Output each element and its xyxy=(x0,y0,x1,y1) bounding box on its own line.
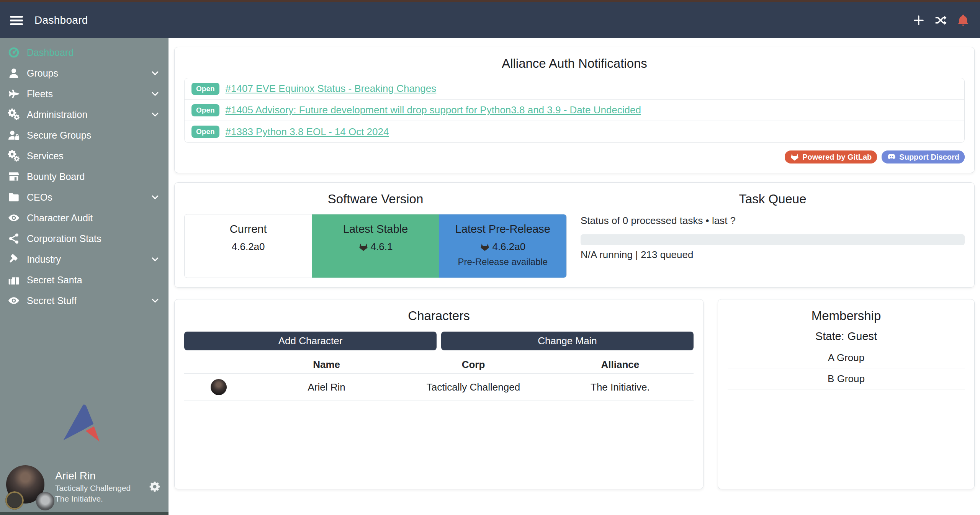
change-main-shuffle-icon[interactable] xyxy=(934,13,948,27)
character-corp: Tactically Challenged xyxy=(400,381,546,393)
notifications-panel: Alliance Auth Notifications Open #1407 E… xyxy=(174,47,975,173)
group-row: B Group xyxy=(728,368,965,389)
sidebar-item-secret-stuff[interactable]: Secret Stuff xyxy=(0,290,169,311)
store-icon xyxy=(8,170,20,183)
character-alliance: The Initiative. xyxy=(547,381,694,393)
sidebar-item-character-audit[interactable]: Character Audit xyxy=(0,208,169,228)
status-badge: Open xyxy=(191,83,219,95)
add-character-button[interactable]: Add Character xyxy=(184,332,437,350)
characters-title: Characters xyxy=(184,309,694,323)
fighter-jet-icon xyxy=(8,88,20,100)
task-queue-section: Task Queue Status of 0 processed tasks •… xyxy=(574,192,965,278)
group-row: A Group xyxy=(728,347,965,368)
sidebar-item-secure-groups[interactable]: Secure Groups xyxy=(0,125,169,146)
support-discord-badge[interactable]: Support Discord xyxy=(882,150,965,163)
version-cell-latest-prerelease: Latest Pre-Release 4.6.2a0 Pre-Release a… xyxy=(439,214,566,278)
membership-title: Membership xyxy=(728,309,965,323)
version-cell-latest-stable: Latest Stable 4.6.1 xyxy=(312,214,439,278)
share-icon xyxy=(8,232,20,245)
characters-panel: Characters Add Character Change Main Nam… xyxy=(174,299,704,489)
character-avatar xyxy=(211,379,227,395)
gears-icon xyxy=(8,108,20,121)
sidebar-item-bounty-board[interactable]: Bounty Board xyxy=(0,166,169,187)
notification-link[interactable]: #1407 EVE Equinox Status - Breaking Chan… xyxy=(226,83,437,95)
membership-panel: Membership State: Guest A Group B Group xyxy=(718,299,975,489)
chevron-down-icon xyxy=(150,254,160,264)
avatar xyxy=(6,465,49,508)
notification-item: Open #1405 Advisory: Future development … xyxy=(185,100,964,121)
notification-link[interactable]: #1383 Python 3.8 EOL - 14 Oct 2024 xyxy=(226,126,389,138)
top-navbar: Dashboard xyxy=(0,2,980,38)
sidebar-item-groups[interactable]: Groups xyxy=(0,63,169,83)
notification-item: Open #1383 Python 3.8 EOL - 14 Oct 2024 xyxy=(185,121,964,142)
column-header-alliance: Alliance xyxy=(547,359,694,371)
chevron-down-icon xyxy=(150,89,160,99)
user-alliance: The Initiative. xyxy=(55,494,149,504)
chevron-down-icon xyxy=(150,110,160,119)
user-lock-icon xyxy=(8,129,20,141)
corp-logo-badge xyxy=(5,491,24,510)
gauge-icon xyxy=(8,46,20,59)
column-header-name: Name xyxy=(253,359,400,371)
user-icon xyxy=(8,67,20,79)
sidebar-item-services[interactable]: Services xyxy=(0,146,169,166)
gitlab-icon xyxy=(480,242,490,252)
chevron-down-icon xyxy=(150,192,160,202)
software-version-title: Software Version xyxy=(184,192,567,206)
sidebar-item-industry[interactable]: Industry xyxy=(0,249,169,270)
task-queue-progress-bar xyxy=(581,234,965,245)
notifications-bell-icon[interactable] xyxy=(956,13,970,27)
gitlab-icon xyxy=(790,152,799,162)
characters-table: Name Corp Alliance Ariel Rin Tactically … xyxy=(184,356,694,401)
eye-icon xyxy=(8,294,20,307)
column-header-corp: Corp xyxy=(400,359,546,371)
sidebar: Dashboard Groups Fleets Administration S… xyxy=(0,38,169,515)
gears-icon xyxy=(8,150,20,162)
notification-item: Open #1407 EVE Equinox Status - Breaking… xyxy=(185,78,964,100)
gitlab-icon xyxy=(358,242,368,252)
software-version-section: Software Version Current 4.6.2a0 Latest … xyxy=(184,192,574,278)
discord-icon xyxy=(887,152,896,162)
notification-link[interactable]: #1405 Advisory: Future development will … xyxy=(226,104,641,116)
powered-by-gitlab-badge[interactable]: Powered by GitLab xyxy=(785,150,877,163)
character-name: Ariel Rin xyxy=(253,381,400,393)
alliance-auth-logo xyxy=(61,404,108,452)
settings-gear-icon[interactable] xyxy=(149,481,161,493)
version-cell-current: Current 4.6.2a0 xyxy=(185,214,312,278)
sidebar-item-administration[interactable]: Administration xyxy=(0,104,169,125)
alliance-logo-badge xyxy=(36,492,54,510)
page-title: Dashboard xyxy=(34,14,88,26)
gifts-icon xyxy=(8,274,20,286)
membership-state: State: Guest xyxy=(728,330,965,343)
sidebar-item-fleets[interactable]: Fleets xyxy=(0,83,169,104)
task-queue-title: Task Queue xyxy=(581,192,965,206)
hammer-icon xyxy=(8,253,20,265)
sidebar-item-dashboard[interactable]: Dashboard xyxy=(0,42,169,63)
chevron-down-icon xyxy=(150,68,160,78)
eye-icon xyxy=(8,212,20,224)
sidebar-menu: Dashboard Groups Fleets Administration S… xyxy=(0,38,169,311)
status-badge: Open xyxy=(191,104,219,116)
sidebar-bottom-strip xyxy=(0,512,169,515)
notifications-list: Open #1407 EVE Equinox Status - Breaking… xyxy=(184,78,965,143)
chevron-down-icon xyxy=(150,296,160,306)
menu-toggle-icon[interactable] xyxy=(10,14,23,27)
user-corp: Tactically Challenged xyxy=(55,484,149,493)
notifications-title: Alliance Auth Notifications xyxy=(184,56,965,71)
change-main-button[interactable]: Change Main xyxy=(441,332,694,350)
task-queue-status-text: Status of 0 processed tasks • last ? xyxy=(581,215,965,227)
user-panel: Ariel Rin Tactically Challenged The Init… xyxy=(0,459,169,512)
table-row: Ariel Rin Tactically Challenged The Init… xyxy=(184,373,694,401)
sidebar-item-corporation-stats[interactable]: Corporation Stats xyxy=(0,228,169,249)
task-queue-counts: N/A running | 213 queued xyxy=(581,249,965,261)
sidebar-item-secret-santa[interactable]: Secret Santa xyxy=(0,270,169,290)
add-character-icon[interactable] xyxy=(912,13,926,27)
user-name: Ariel Rin xyxy=(55,470,149,482)
folder-icon xyxy=(8,191,20,203)
sidebar-item-ceos[interactable]: CEOs xyxy=(0,187,169,208)
version-box: Current 4.6.2a0 Latest Stable 4.6.1 Late… xyxy=(184,214,567,278)
main-content: Alliance Auth Notifications Open #1407 E… xyxy=(169,38,980,515)
version-task-panel: Software Version Current 4.6.2a0 Latest … xyxy=(174,182,975,288)
status-badge: Open xyxy=(191,126,219,138)
